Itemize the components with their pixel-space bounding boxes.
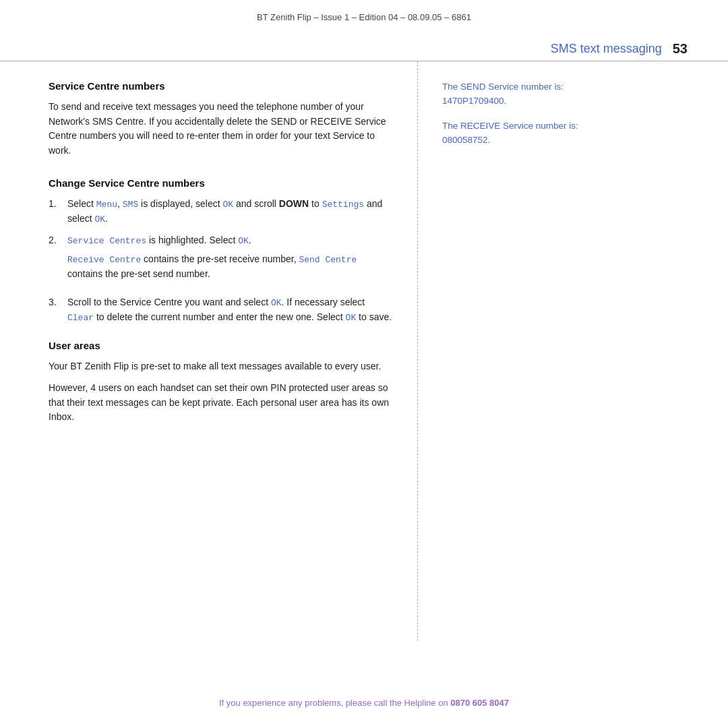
service-centre-body: To send and receive text messages you ne…: [49, 100, 393, 158]
service-centre-heading: Service Centre numbers: [49, 80, 393, 92]
list-item: 2. Service Centres is highlighted. Selec…: [49, 233, 393, 289]
list-item: 1. Select Menu, SMS is displayed, select…: [49, 197, 393, 227]
page-wrapper: BT Zenith Flip – Issue 1 – Edition 04 – …: [0, 0, 728, 720]
step-num-3: 3.: [49, 295, 67, 310]
ui-send-centre: Send Centre: [299, 255, 357, 265]
service-centre-section: Service Centre numbers To send and recei…: [49, 80, 393, 158]
ui-ok-3: OK: [238, 236, 249, 246]
down-label: DOWN: [279, 198, 309, 209]
step-1-content: Select Menu, SMS is displayed, select OK…: [67, 197, 393, 227]
page-number: 53: [673, 41, 688, 57]
user-areas-section: User areas Your BT Zenith Flip is pre-se…: [49, 340, 393, 425]
list-item: 3. Scroll to the Service Centre you want…: [49, 295, 393, 325]
ui-ok-2: OK: [94, 214, 105, 224]
ui-settings: Settings: [322, 200, 364, 210]
send-note-line1: The SEND Service number is:: [442, 82, 564, 92]
steps-list: 1. Select Menu, SMS is displayed, select…: [49, 197, 393, 326]
user-areas-body2: However, 4 users on each handset can set…: [49, 381, 393, 425]
step-2-content: Service Centres is highlighted. Select O…: [67, 233, 251, 248]
ui-clear: Clear: [67, 313, 94, 323]
main-content: Service Centre numbers To send and recei…: [0, 61, 728, 641]
step-num-2: 2.: [49, 233, 67, 248]
header-text: BT Zenith Flip – Issue 1 – Edition 04 – …: [257, 12, 471, 22]
right-column: The SEND Service number is: 1470P1709400…: [418, 61, 728, 641]
user-areas-body1: Your BT Zenith Flip is pre-set to make a…: [49, 359, 393, 374]
ui-service-centres: Service Centres: [67, 236, 146, 246]
ui-sms: SMS: [123, 200, 138, 210]
ui-ok-4: OK: [271, 298, 282, 308]
footer-phone: 0870 605 8047: [450, 698, 509, 708]
step-num-1: 1.: [49, 197, 67, 212]
receive-note-line1: The RECEIVE Service number is:: [442, 121, 578, 131]
ui-receive-centre: Receive Centre: [67, 255, 141, 265]
change-service-centre-section: Change Service Centre numbers 1. Select …: [49, 177, 393, 326]
send-note-line2: 1470P1709400.: [442, 96, 506, 106]
send-service-note: The SEND Service number is: 1470P1709400…: [442, 80, 704, 109]
footer-text-before: If you experience any problems, please c…: [219, 698, 450, 708]
receive-note-line2: 080058752.: [442, 135, 490, 145]
page-footer: If you experience any problems, please c…: [0, 698, 728, 708]
page-header: BT Zenith Flip – Issue 1 – Edition 04 – …: [0, 0, 728, 29]
step-3-content: Scroll to the Service Centre you want an…: [67, 295, 393, 325]
left-column: Service Centre numbers To send and recei…: [0, 61, 418, 641]
step-2-sub: Receive Centre contains the pre-set rece…: [67, 252, 393, 282]
ui-ok-5: OK: [346, 313, 357, 323]
ui-ok-1: OK: [223, 200, 234, 210]
section-title: SMS text messaging: [551, 42, 662, 56]
user-areas-heading: User areas: [49, 340, 393, 351]
receive-service-note: The RECEIVE Service number is: 080058752…: [442, 119, 704, 148]
change-service-centre-heading: Change Service Centre numbers: [49, 177, 393, 189]
ui-menu: Menu: [96, 200, 117, 210]
section-title-bar: SMS text messaging 53: [0, 29, 728, 61]
